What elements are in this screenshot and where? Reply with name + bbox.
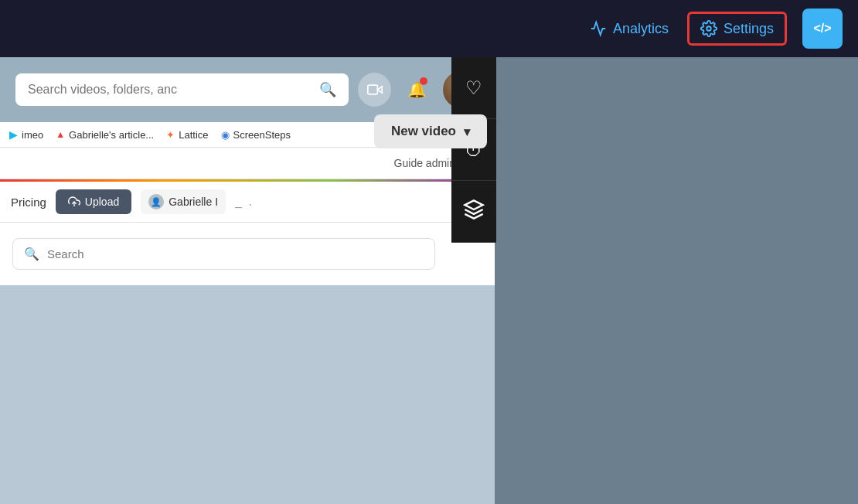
bookmark-vimeo[interactable]: ▶ imeo xyxy=(9,128,43,141)
bookmark-lattice[interactable]: ✦ Lattice xyxy=(166,129,208,141)
video-cam-button[interactable] xyxy=(358,73,391,107)
video-search-box[interactable]: 🔍 xyxy=(15,73,349,106)
inner-search-box[interactable]: 🔍 xyxy=(12,238,435,270)
user-avatar-icon: 👤 xyxy=(148,194,164,209)
fab-column: ♡ ⏱ xyxy=(451,57,496,243)
notifications-button[interactable]: 🔔 xyxy=(400,73,434,107)
search-input[interactable] xyxy=(28,83,312,97)
bookmark-articles-label: Gabrielle's article... xyxy=(69,129,154,141)
upload-label: Upload xyxy=(85,196,119,208)
inner-search-icon: 🔍 xyxy=(24,247,39,261)
bookmark-articles[interactable]: ▲ Gabrielle's article... xyxy=(56,129,154,141)
fab-heart-button[interactable]: ♡ xyxy=(451,57,496,119)
tab-row: Guide admin ⊞ xyxy=(0,148,495,179)
analytics-icon xyxy=(590,20,607,37)
user-button[interactable]: 👤 Gabrielle I xyxy=(141,189,226,214)
analytics-nav-item[interactable]: Analytics xyxy=(579,14,679,43)
inner-search-input[interactable] xyxy=(47,247,424,261)
articles-icon: ▲ xyxy=(56,129,65,140)
pricing-label: Pricing xyxy=(11,196,46,209)
bookmark-screensteps[interactable]: ◉ ScreenSteps xyxy=(221,129,291,141)
code-icon-button[interactable]: </> xyxy=(802,9,843,49)
svg-rect-2 xyxy=(367,85,377,94)
code-icon: </> xyxy=(813,22,831,36)
search-icon: 🔍 xyxy=(319,81,336,98)
new-video-dropdown-icon: ▾ xyxy=(464,124,470,139)
heart-icon: ♡ xyxy=(465,77,482,99)
action-dots[interactable]: _ . xyxy=(235,195,254,209)
analytics-label: Analytics xyxy=(613,21,669,37)
svg-point-0 xyxy=(706,26,711,31)
bookmark-vimeo-label: imeo xyxy=(22,129,43,141)
notification-dot xyxy=(420,77,427,85)
settings-nav-item[interactable]: Settings xyxy=(687,12,787,46)
fab-layers-button[interactable] xyxy=(451,181,496,243)
main-area: 🔍 🔔 ▶ imeo ▲ G xyxy=(0,57,858,504)
upload-icon xyxy=(68,196,80,208)
svg-marker-1 xyxy=(377,87,382,93)
inner-search-row: 🔍 xyxy=(0,223,495,285)
bookmark-screensteps-label: ScreenSteps xyxy=(233,129,291,141)
upload-button[interactable]: Upload xyxy=(56,189,131,214)
vimeo-icon: ▶ xyxy=(9,128,18,141)
user-label: Gabrielle I xyxy=(169,196,218,208)
settings-label: Settings xyxy=(724,21,774,37)
new-video-button[interactable]: New video ▾ xyxy=(374,114,487,148)
settings-icon xyxy=(700,20,717,37)
lattice-icon: ✦ xyxy=(166,129,175,141)
action-row: Pricing Upload 👤 Gabrielle I _ . xyxy=(0,182,495,223)
top-navigation: Analytics Settings </> xyxy=(0,0,858,57)
search-row: 🔍 🔔 xyxy=(0,57,495,122)
new-video-label: New video xyxy=(391,124,456,139)
bookmark-lattice-label: Lattice xyxy=(179,129,208,141)
video-camera-icon xyxy=(367,82,383,97)
screensteps-icon: ◉ xyxy=(221,129,230,141)
layers-icon xyxy=(463,199,485,224)
svg-marker-4 xyxy=(465,200,482,209)
right-panel xyxy=(495,57,858,504)
